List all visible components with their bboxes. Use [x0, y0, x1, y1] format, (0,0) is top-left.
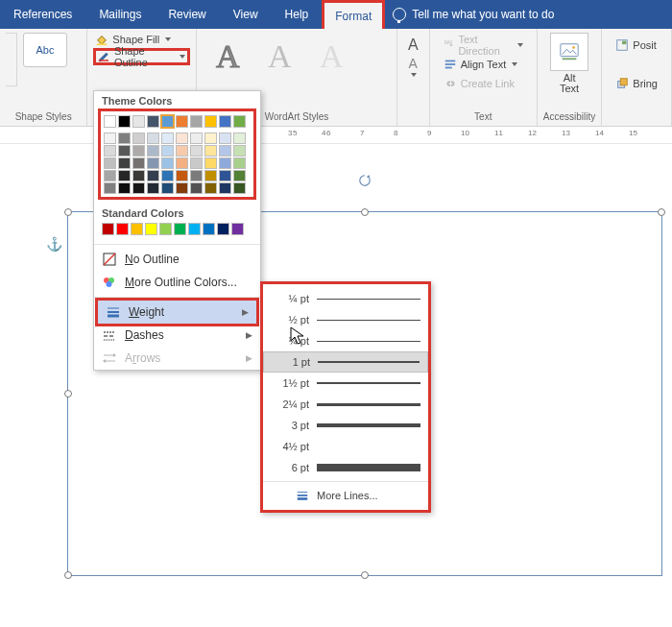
rotate-handle[interactable] — [358, 174, 372, 187]
color-swatch[interactable] — [231, 223, 244, 235]
tab-help[interactable]: Help — [272, 0, 323, 29]
more-outline-colors-item[interactable]: More Outline Colors... — [94, 271, 260, 294]
color-swatch[interactable] — [145, 223, 157, 235]
weight-0-75pt[interactable]: ¾ pt — [263, 330, 428, 351]
tell-me-search[interactable]: Tell me what you want to do — [393, 8, 554, 21]
color-swatch[interactable] — [233, 145, 246, 157]
color-swatch[interactable] — [132, 115, 145, 128]
text-direction-button[interactable]: IIA Text Direction — [442, 36, 525, 54]
weight-item[interactable]: Weight ▶ — [95, 298, 259, 326]
color-swatch[interactable] — [118, 182, 131, 194]
arrows-item[interactable]: Arrows ▶ — [94, 347, 260, 370]
color-swatch[interactable] — [104, 145, 116, 157]
color-swatch[interactable] — [131, 223, 143, 235]
wordart-preset-3[interactable]: A — [310, 38, 352, 75]
resize-handle-b[interactable] — [361, 571, 369, 579]
color-swatch[interactable] — [203, 223, 215, 235]
color-swatch[interactable] — [204, 133, 217, 144]
weight-0-5pt[interactable]: ½ pt — [263, 309, 428, 330]
color-swatch[interactable] — [176, 157, 188, 169]
color-swatch[interactable] — [176, 145, 188, 157]
color-swatch[interactable] — [176, 170, 188, 181]
color-swatch[interactable] — [147, 170, 159, 181]
color-swatch[interactable] — [147, 115, 159, 128]
color-swatch[interactable] — [118, 145, 131, 157]
color-swatch[interactable] — [104, 182, 116, 194]
color-swatch[interactable] — [190, 182, 203, 194]
color-swatch[interactable] — [233, 182, 246, 194]
color-swatch[interactable] — [161, 145, 174, 157]
color-swatch[interactable] — [233, 157, 246, 169]
color-swatch[interactable] — [219, 182, 231, 194]
color-swatch[interactable] — [190, 133, 203, 144]
color-swatch[interactable] — [204, 182, 217, 194]
resize-handle-bl[interactable] — [64, 571, 72, 579]
tab-references[interactable]: References — [0, 0, 85, 29]
resize-handle-tl[interactable] — [64, 208, 72, 216]
weight-4-5pt[interactable]: 4½ pt — [263, 436, 428, 457]
color-swatch[interactable] — [102, 223, 114, 235]
tab-review[interactable]: Review — [155, 0, 219, 29]
tab-view[interactable]: View — [220, 0, 272, 29]
color-swatch[interactable] — [118, 115, 131, 128]
shape-style-preset[interactable]: Abc — [23, 33, 67, 67]
color-swatch[interactable] — [233, 170, 246, 181]
color-swatch[interactable] — [204, 145, 217, 157]
tab-mailings[interactable]: Mailings — [85, 0, 155, 29]
color-swatch[interactable] — [174, 223, 186, 235]
color-swatch[interactable] — [233, 115, 246, 128]
color-swatch[interactable] — [132, 133, 145, 144]
wordart-preset-2[interactable]: A — [258, 38, 300, 75]
color-swatch[interactable] — [118, 157, 131, 169]
color-swatch[interactable] — [204, 157, 217, 169]
tab-format[interactable]: Format — [322, 0, 385, 29]
weight-6pt[interactable]: 6 pt — [263, 457, 428, 478]
color-swatch[interactable] — [116, 223, 129, 235]
color-swatch[interactable] — [132, 145, 145, 157]
color-swatch[interactable] — [219, 133, 231, 144]
color-swatch[interactable] — [190, 157, 203, 169]
color-swatch[interactable] — [204, 170, 217, 181]
color-swatch[interactable] — [159, 223, 172, 235]
color-swatch[interactable] — [161, 115, 174, 128]
wordart-gallery[interactable]: A A A — [203, 33, 390, 81]
color-swatch[interactable] — [118, 133, 131, 144]
resize-handle-l[interactable] — [64, 390, 72, 398]
weight-0-25pt[interactable]: ¼ pt — [263, 288, 428, 309]
color-swatch[interactable] — [219, 145, 231, 157]
color-swatch[interactable] — [132, 182, 145, 194]
color-swatch[interactable] — [161, 133, 174, 144]
color-swatch[interactable] — [219, 115, 231, 128]
color-swatch[interactable] — [190, 115, 203, 128]
color-swatch[interactable] — [176, 115, 188, 128]
create-link-button[interactable]: Create Link — [442, 75, 525, 92]
align-text-button[interactable]: Align Text — [442, 56, 525, 73]
color-swatch[interactable] — [219, 157, 231, 169]
color-swatch[interactable] — [132, 170, 145, 181]
color-swatch[interactable] — [233, 133, 246, 144]
color-swatch[interactable] — [190, 145, 203, 157]
resize-handle-t[interactable] — [361, 208, 369, 216]
color-swatch[interactable] — [217, 223, 229, 235]
color-swatch[interactable] — [176, 133, 188, 144]
color-swatch[interactable] — [188, 223, 201, 235]
color-swatch[interactable] — [132, 157, 145, 169]
color-swatch[interactable] — [219, 170, 231, 181]
color-swatch[interactable] — [176, 182, 188, 194]
weight-1-5pt[interactable]: 1½ pt — [263, 373, 428, 394]
resize-handle-tr[interactable] — [658, 208, 665, 216]
weight-1pt[interactable]: 1 pt — [263, 351, 428, 373]
position-button[interactable]: Posit — [613, 36, 660, 54]
more-lines-item[interactable]: More Lines... — [263, 485, 428, 506]
color-swatch[interactable] — [104, 170, 116, 181]
color-swatch[interactable] — [147, 133, 159, 144]
color-swatch[interactable] — [147, 182, 159, 194]
color-swatch[interactable] — [161, 157, 174, 169]
alt-text-button[interactable]: AltText — [550, 33, 588, 94]
bring-forward-button[interactable]: Bring — [613, 75, 660, 92]
color-swatch[interactable] — [204, 115, 217, 128]
no-outline-item[interactable]: No Outline — [94, 248, 260, 271]
weight-3pt[interactable]: 3 pt — [263, 415, 428, 436]
color-swatch[interactable] — [147, 157, 159, 169]
color-swatch[interactable] — [104, 157, 116, 169]
